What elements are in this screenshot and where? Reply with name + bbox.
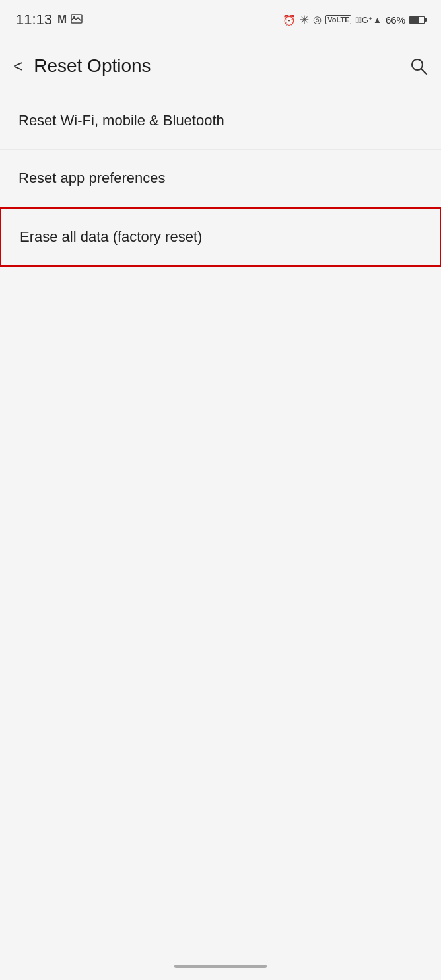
gmail-icon: M [57, 13, 67, 26]
volte-icon: VoLTE [325, 15, 351, 24]
status-icons-left: M [57, 13, 83, 26]
battery-icon [409, 16, 425, 24]
main-content: Reset Wi-Fi, mobile & Bluetooth Reset ap… [0, 92, 441, 267]
bluetooth-icon: ✳ [300, 13, 309, 27]
header: < Reset Options [0, 40, 441, 92]
status-time: 11:13 [16, 11, 52, 28]
alarm-icon: ⏰ [283, 14, 296, 26]
header-left: < Reset Options [13, 55, 151, 77]
erase-all-data-label: Erase all data (factory reset) [20, 228, 202, 245]
status-bar: 11:13 M ⏰ ✳ ◎ VoLTE ⁴᷊G⁺▲ 66% [0, 0, 441, 40]
svg-point-2 [412, 59, 423, 70]
reset-app-prefs-item[interactable]: Reset app preferences [0, 150, 441, 207]
hotspot-icon: ◎ [313, 14, 322, 26]
status-bar-left: 11:13 M [16, 11, 83, 28]
signal-icon: ⁴᷊G⁺▲ [355, 15, 381, 25]
reset-wifi-item[interactable]: Reset Wi-Fi, mobile & Bluetooth [0, 92, 441, 150]
battery-percent: 66% [386, 15, 405, 26]
back-button[interactable]: < [13, 57, 23, 75]
reset-app-prefs-label: Reset app preferences [18, 170, 166, 187]
erase-all-data-item[interactable]: Erase all data (factory reset) [0, 207, 441, 267]
bottom-nav-indicator [174, 965, 267, 968]
image-icon [71, 14, 83, 26]
svg-line-3 [422, 69, 427, 74]
reset-wifi-label: Reset Wi-Fi, mobile & Bluetooth [18, 112, 224, 129]
search-button[interactable] [409, 57, 428, 75]
status-bar-right: ⏰ ✳ ◎ VoLTE ⁴᷊G⁺▲ 66% [283, 13, 425, 27]
page-title: Reset Options [34, 55, 151, 77]
